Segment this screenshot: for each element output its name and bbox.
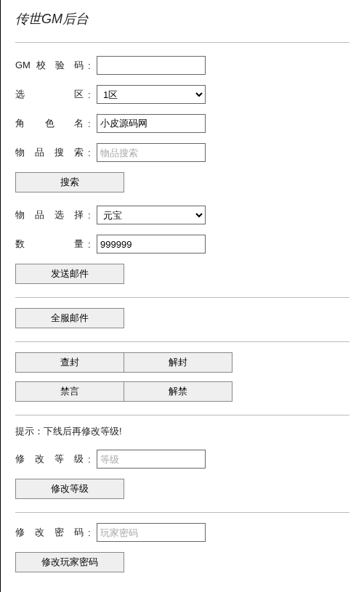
item-select-label: 物 品 选 择 (15, 208, 88, 222)
level-label: 修 改 等 级 (15, 453, 88, 466)
level-hint: 提示：下线后再修改等级! (15, 426, 349, 438)
quantity-label: 数 量 (15, 238, 88, 251)
modify-password-button[interactable]: 修改玩家密码 (15, 552, 124, 572)
mute-button[interactable]: 禁言 (15, 381, 124, 402)
divider (15, 415, 349, 415)
colon: : (88, 60, 94, 71)
colon: : (88, 118, 94, 129)
colon: : (88, 210, 94, 221)
colon: : (88, 147, 94, 158)
colon: : (88, 454, 94, 465)
gm-code-input[interactable] (97, 56, 206, 75)
divider (15, 512, 349, 513)
level-input[interactable] (97, 450, 206, 469)
item-select[interactable]: 元宝 (97, 206, 206, 224)
zone-select[interactable]: 1区 (97, 85, 206, 104)
divider (15, 297, 349, 298)
colon: : (88, 89, 94, 100)
item-search-input[interactable] (97, 143, 206, 162)
password-input[interactable] (97, 523, 206, 542)
modify-level-button[interactable]: 修改等级 (15, 479, 124, 499)
colon: : (88, 527, 94, 538)
gm-code-label: GM 校 验 码 (15, 59, 88, 72)
search-button[interactable]: 搜索 (15, 172, 124, 192)
send-mail-button[interactable]: 发送邮件 (15, 264, 124, 284)
quantity-input[interactable] (97, 235, 206, 254)
colon: : (88, 239, 94, 250)
server-mail-button[interactable]: 全服邮件 (15, 308, 124, 328)
item-search-label: 物 品 搜 索 (15, 146, 88, 159)
zone-label: 选 区 (15, 88, 88, 101)
password-label: 修 改 密 码 (15, 526, 88, 539)
divider (15, 341, 349, 342)
block-button[interactable]: 查封 (15, 352, 124, 373)
divider (15, 42, 349, 43)
role-name-input[interactable] (97, 114, 206, 133)
page-title: 传世GM后台 (15, 10, 349, 28)
role-name-label: 角 色 名 (15, 117, 88, 130)
unmute-button[interactable]: 解禁 (124, 381, 232, 402)
unblock-button[interactable]: 解封 (124, 352, 232, 373)
